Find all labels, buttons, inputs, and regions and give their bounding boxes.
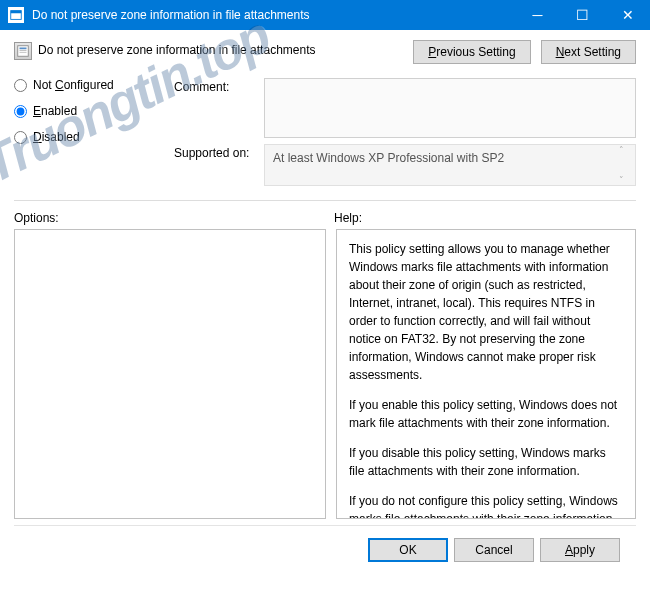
- radio-disabled-input[interactable]: [14, 131, 27, 144]
- policy-icon: [14, 42, 32, 60]
- apply-button[interactable]: Apply: [540, 538, 620, 562]
- help-pane[interactable]: This policy setting allows you to manage…: [336, 229, 636, 519]
- svg-rect-3: [20, 48, 27, 50]
- svg-rect-1: [11, 11, 22, 14]
- minimize-button[interactable]: ─: [515, 0, 560, 30]
- titlebar: Do not preserve zone information in file…: [0, 0, 650, 30]
- options-label: Options:: [14, 211, 334, 225]
- dialog-footer: OK Cancel Apply: [14, 525, 636, 562]
- supported-on-value: At least Windows XP Professional with SP…: [273, 151, 504, 165]
- radio-not-configured-input[interactable]: [14, 79, 27, 92]
- radio-disabled[interactable]: Disabled: [14, 130, 174, 144]
- state-radio-group: Not Configured Enabled Disabled: [14, 78, 174, 192]
- svg-rect-4: [20, 50, 27, 51]
- radio-enabled[interactable]: Enabled: [14, 104, 174, 118]
- help-label: Help:: [334, 211, 362, 225]
- supported-on-box: At least Windows XP Professional with SP…: [264, 144, 636, 186]
- window-controls: ─ ☐ ✕: [515, 0, 650, 30]
- next-setting-button[interactable]: Next Setting: [541, 40, 636, 64]
- comment-textarea[interactable]: [264, 78, 636, 138]
- policy-window-icon: [8, 7, 24, 23]
- close-button[interactable]: ✕: [605, 0, 650, 30]
- supported-on-label: Supported on:: [174, 144, 264, 160]
- help-paragraph: If you disable this policy setting, Wind…: [349, 444, 623, 480]
- radio-enabled-input[interactable]: [14, 105, 27, 118]
- window-title: Do not preserve zone information in file…: [32, 8, 515, 22]
- previous-setting-button[interactable]: Previous Setting: [413, 40, 530, 64]
- radio-not-configured[interactable]: Not Configured: [14, 78, 174, 92]
- supported-scroll-icon: ˄˅: [619, 145, 633, 185]
- svg-rect-5: [20, 52, 27, 53]
- comment-label: Comment:: [174, 78, 264, 94]
- maximize-button[interactable]: ☐: [560, 0, 605, 30]
- help-paragraph: If you do not configure this policy sett…: [349, 492, 623, 519]
- cancel-button[interactable]: Cancel: [454, 538, 534, 562]
- help-paragraph: If you enable this policy setting, Windo…: [349, 396, 623, 432]
- help-paragraph: This policy setting allows you to manage…: [349, 240, 623, 384]
- divider: [14, 200, 636, 201]
- options-pane: [14, 229, 326, 519]
- policy-title: Do not preserve zone information in file…: [38, 40, 413, 57]
- ok-button[interactable]: OK: [368, 538, 448, 562]
